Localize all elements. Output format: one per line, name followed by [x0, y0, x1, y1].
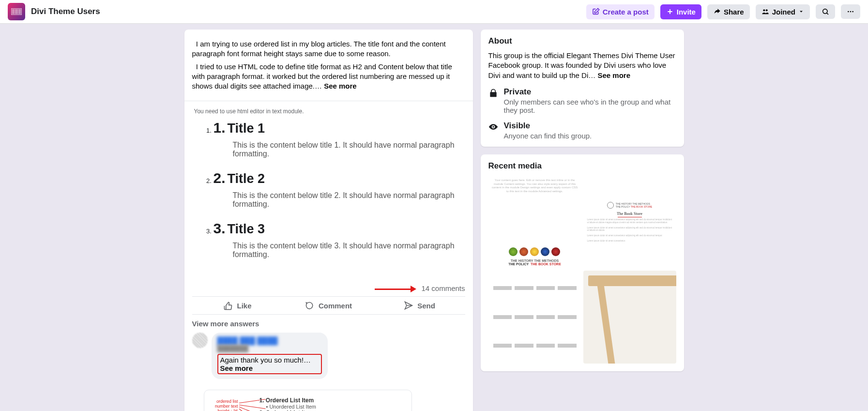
see-more-link[interactable]: See more	[324, 82, 357, 90]
svg-point-5	[852, 11, 853, 13]
list-number: 1.	[213, 120, 226, 136]
see-more-link[interactable]: See more	[220, 364, 253, 372]
like-button[interactable]: Like	[192, 297, 283, 314]
post-paragraph: I am trying to use ordered list in my bl…	[192, 39, 465, 59]
commenter-avatar[interactable]	[192, 333, 208, 348]
joined-label: Joined	[772, 8, 795, 16]
attachment-hint: You need to use html editor in text modu…	[194, 108, 463, 115]
recent-media-heading: Recent media	[481, 154, 684, 176]
visibility-sub: Anyone can find this group.	[504, 132, 592, 140]
eye-icon	[488, 122, 498, 132]
list-title: Title 1	[228, 121, 265, 136]
invite-button[interactable]: Invite	[660, 4, 701, 19]
send-button[interactable]: Send	[374, 297, 465, 314]
dots-icon	[847, 8, 854, 15]
annotation-label: ordered list number text height : 26	[209, 399, 238, 411]
create-post-button[interactable]: Create a post	[586, 4, 655, 19]
comment-row: ████ ███ ████ ███████ Again thank you so…	[184, 331, 473, 385]
media-thumb[interactable]	[583, 271, 676, 364]
comment-image-attachment[interactable]: ordered list number text height : 26 1. …	[204, 390, 412, 411]
svg-point-2	[823, 9, 827, 14]
send-label: Send	[417, 302, 435, 310]
about-heading: About	[488, 36, 676, 46]
edit-icon	[592, 8, 600, 15]
post-paragraph: I tried to use HTML code to define title…	[192, 62, 465, 91]
lock-icon	[488, 88, 498, 98]
list-number: 2.	[213, 170, 226, 186]
svg-point-3	[848, 11, 849, 13]
chevron-down-icon	[798, 9, 804, 15]
group-avatar[interactable]	[8, 3, 25, 20]
like-icon	[223, 301, 233, 310]
arrow-annotation	[375, 286, 416, 292]
post-body: I am trying to use ordered list in my bl…	[184, 30, 473, 101]
media-thumb[interactable]: THE HISTORY THE METHODSTHE POLICY THE BO…	[583, 176, 676, 269]
comments-count[interactable]: 14 comments	[184, 280, 473, 296]
share-label: Share	[724, 8, 744, 16]
svg-point-1	[765, 9, 767, 11]
search-button[interactable]	[816, 4, 835, 19]
comment-label: Comment	[319, 302, 352, 310]
plus-icon	[666, 8, 674, 15]
about-card: About This group is the official Elegant…	[481, 30, 684, 147]
list-desc: This is the content below title 3. It sh…	[213, 242, 463, 259]
image-list-item: • Unordered List Item	[266, 404, 405, 410]
like-label: Like	[237, 302, 251, 310]
comment-bubble[interactable]: ████ ███ ████ ███████ Again thank you so…	[212, 333, 328, 379]
view-more-answers[interactable]: View more answers	[184, 315, 473, 331]
group-title[interactable]: Divi Theme Users	[31, 7, 100, 16]
joined-button[interactable]: Joined	[756, 4, 810, 19]
more-button[interactable]	[841, 4, 860, 19]
svg-point-4	[850, 11, 852, 13]
comment-button[interactable]: Comment	[283, 297, 374, 314]
visibility-title: Visible	[504, 121, 592, 131]
list-title: Title 3	[228, 222, 265, 236]
commenter-subtitle: ███████	[217, 345, 322, 352]
recent-media-card: Recent media Your content goes here. Edi…	[481, 154, 684, 371]
privacy-sub: Only members can see who's in the group …	[504, 98, 676, 114]
share-icon	[713, 8, 721, 15]
group-icon	[761, 8, 769, 15]
search-icon	[822, 8, 829, 15]
post-attachment[interactable]: You need to use html editor in text modu…	[184, 101, 473, 280]
media-thumb[interactable]: Your content goes here. Edit or remove t…	[488, 176, 581, 269]
send-icon	[404, 301, 413, 310]
create-post-label: Create a post	[603, 8, 649, 16]
invite-label: Invite	[677, 8, 696, 16]
svg-point-0	[763, 9, 765, 11]
privacy-title: Private	[504, 87, 676, 97]
see-more-link[interactable]: See more	[597, 71, 630, 79]
about-text: This group is the official Elegant Theme…	[488, 51, 676, 80]
commenter-name: ████ ███ ████	[217, 336, 322, 345]
share-button[interactable]: Share	[707, 4, 750, 19]
media-thumb[interactable]	[488, 271, 581, 364]
comment-highlighted-text: Again thank you so much!… See more	[217, 354, 322, 374]
list-number: 3.	[213, 220, 226, 236]
list-desc: This is the content below title 1. It sh…	[213, 141, 463, 158]
comment-icon	[305, 301, 315, 310]
image-list-item: 1. Ordered List Item	[259, 397, 405, 404]
list-title: Title 2	[228, 171, 265, 186]
list-desc: This is the content below title 2. It sh…	[213, 191, 463, 209]
